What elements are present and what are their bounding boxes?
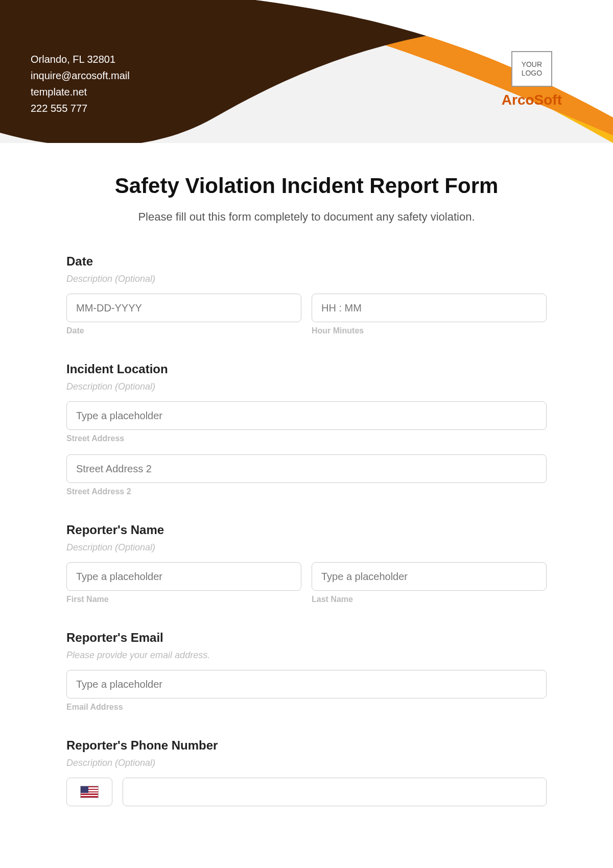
reporter-email-desc: Please provide your email address. xyxy=(66,650,547,661)
reporter-phone-desc: Description (Optional) xyxy=(66,758,547,768)
form-subtitle: Please fill out this form completely to … xyxy=(66,210,547,224)
contact-address: Orlando, FL 32801 xyxy=(31,51,130,67)
section-reporter-name: Reporter's Name Description (Optional) F… xyxy=(66,523,547,604)
last-name-sublabel: Last Name xyxy=(312,595,547,604)
email-sublabel: Email Address xyxy=(66,703,547,712)
brand-name: ArcoSoft xyxy=(502,92,562,108)
reporter-name-label: Reporter's Name xyxy=(66,523,547,537)
reporter-phone-label: Reporter's Phone Number xyxy=(66,738,547,753)
time-sublabel: Hour Minutes xyxy=(312,326,547,335)
street2-sublabel: Street Address 2 xyxy=(66,487,547,496)
section-reporter-email: Reporter's Email Please provide your ema… xyxy=(66,631,547,712)
street1-sublabel: Street Address xyxy=(66,434,547,443)
date-desc: Description (Optional) xyxy=(66,274,547,284)
contact-phone: 222 555 777 xyxy=(31,100,130,116)
reporter-email-label: Reporter's Email xyxy=(66,631,547,645)
country-code-select[interactable] xyxy=(66,778,112,806)
time-input[interactable] xyxy=(312,294,547,322)
date-label: Date xyxy=(66,254,547,269)
contact-email: inquire@arcosoft.mail xyxy=(31,67,130,84)
location-desc: Description (Optional) xyxy=(66,381,547,392)
first-name-sublabel: First Name xyxy=(66,595,301,604)
first-name-input[interactable] xyxy=(66,562,301,591)
phone-input[interactable] xyxy=(123,778,547,806)
location-label: Incident Location xyxy=(66,362,547,376)
date-input[interactable] xyxy=(66,294,301,322)
street2-input[interactable] xyxy=(66,454,547,483)
contact-block: Orlando, FL 32801 inquire@arcosoft.mail … xyxy=(31,51,130,116)
last-name-input[interactable] xyxy=(312,562,547,591)
street1-input[interactable] xyxy=(66,401,547,430)
contact-website: template.net xyxy=(31,84,130,100)
form-title: Safety Violation Incident Report Form xyxy=(66,174,547,198)
date-sublabel: Date xyxy=(66,326,301,335)
reporter-name-desc: Description (Optional) xyxy=(66,542,547,553)
form-body: Safety Violation Incident Report Form Pl… xyxy=(0,143,613,806)
header-banner: Orlando, FL 32801 inquire@arcosoft.mail … xyxy=(0,0,613,143)
email-input[interactable] xyxy=(66,670,547,698)
logo-placeholder: YOUR LOGO xyxy=(511,51,552,87)
section-reporter-phone: Reporter's Phone Number Description (Opt… xyxy=(66,738,547,806)
section-date: Date Description (Optional) Date Hour Mi… xyxy=(66,254,547,335)
section-location: Incident Location Description (Optional)… xyxy=(66,362,547,496)
us-flag-icon xyxy=(80,786,99,798)
page: Orlando, FL 32801 inquire@arcosoft.mail … xyxy=(0,0,613,868)
brand-block: YOUR LOGO ArcoSoft xyxy=(502,51,562,108)
